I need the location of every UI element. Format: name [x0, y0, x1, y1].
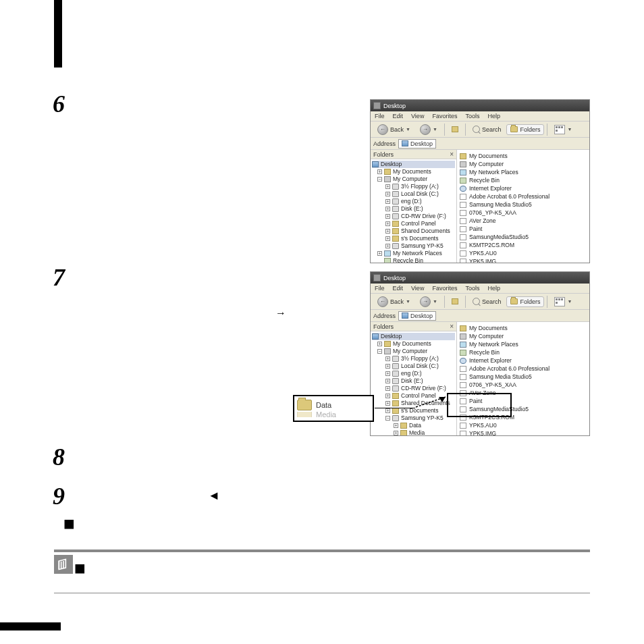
tree-item[interactable]: +Media [372, 429, 455, 435]
search-button[interactable]: Search [468, 124, 506, 135]
tree-item[interactable]: +My Documents [372, 168, 455, 176]
list-item[interactable]: My Documents [460, 324, 587, 332]
tree-item[interactable]: −My Computer [372, 348, 455, 355]
tree-item[interactable]: +3½ Floppy (A:) [372, 355, 455, 363]
menu-file[interactable]: File [375, 113, 385, 119]
menu-favorites[interactable]: Favorites [432, 285, 457, 292]
tree-item[interactable]: +My Network Places [372, 250, 455, 257]
menu-edit[interactable]: Edit [393, 285, 404, 292]
list-item[interactable]: Samsung Media Studio5 [460, 373, 587, 381]
menu-help[interactable]: Help [487, 285, 500, 292]
tree-item[interactable]: +CD-RW Drive (F:) [372, 213, 455, 220]
folders-button[interactable]: Folders [506, 124, 544, 135]
content-pane: My Documents My Computer My Network Plac… [457, 150, 589, 263]
callout-data-label: Data [316, 401, 331, 409]
tree-item[interactable]: +Disk (E:) [372, 205, 455, 213]
list-item[interactable]: SamsungMediaStudio5 [460, 233, 587, 241]
views-button[interactable]: ▼ [550, 295, 576, 308]
back-button[interactable]: ←Back▼ [373, 294, 414, 309]
menu-tools[interactable]: Tools [465, 113, 479, 119]
list-item[interactable]: K5MTP2CS.ROM [460, 241, 587, 249]
tree-item[interactable]: +Samsung YP-K5 [372, 242, 455, 250]
list-item[interactable]: Adobe Acrobat 6.0 Professional [460, 192, 587, 200]
list-item[interactable]: My Network Places [460, 340, 587, 348]
list-item[interactable]: YPK5.AU0 [460, 421, 587, 429]
toolbar-separator [465, 296, 466, 308]
titlebar[interactable]: Desktop [371, 272, 589, 284]
tree-item[interactable]: +My Documents [372, 340, 455, 348]
back-button[interactable]: ←Back▼ [373, 122, 414, 137]
content-pane: My Documents My Computer My Network Plac… [457, 322, 589, 435]
list-item[interactable]: My Network Places [460, 168, 587, 176]
tree-item[interactable]: Recycle Bin [372, 257, 455, 263]
list-item[interactable]: 0706_YP-K5_XAA [460, 381, 587, 389]
tree-item[interactable]: +Disk (E:) [372, 377, 455, 385]
toolbar-separator [547, 124, 547, 136]
menu-favorites[interactable]: Favorites [432, 113, 457, 119]
list-item[interactable]: Internet Explorer [460, 356, 587, 365]
window-icon [373, 274, 381, 281]
forward-button[interactable]: →▼ [416, 122, 441, 137]
tree-item[interactable]: +eng (D:) [372, 198, 455, 205]
list-item[interactable]: Recycle Bin [460, 348, 587, 356]
tree-item[interactable]: +Shared Documents [372, 400, 455, 407]
list-item[interactable]: My Documents [460, 152, 587, 160]
list-item[interactable]: My Computer [460, 332, 587, 340]
list-item[interactable]: My Computer [460, 160, 587, 168]
list-item[interactable]: Recycle Bin [460, 176, 587, 184]
up-button[interactable] [448, 296, 462, 306]
menu-tools[interactable]: Tools [465, 285, 479, 292]
highlight-box-content [447, 393, 512, 417]
address-label: Address [373, 313, 396, 319]
folders-button[interactable]: Folders [506, 296, 544, 307]
list-item[interactable]: 0706_YP-K5_XAA [460, 209, 587, 217]
titlebar[interactable]: Desktop [371, 100, 589, 111]
menu-help[interactable]: Help [487, 113, 500, 119]
up-button[interactable] [448, 124, 462, 134]
tree-item[interactable]: −My Computer [372, 176, 455, 183]
tree-item[interactable]: +CD-RW Drive (F:) [372, 385, 455, 392]
folders-pane: Folders × Desktop +My Documents −My Comp… [371, 322, 457, 435]
callout-media-label: Media [316, 412, 336, 417]
list-item[interactable]: YPK5.IMG [460, 257, 587, 263]
address-field[interactable]: Desktop [398, 311, 436, 321]
folder-icon [297, 400, 312, 410]
tree-item[interactable]: +3½ Floppy (A:) [372, 183, 455, 190]
menu-edit[interactable]: Edit [393, 113, 404, 119]
list-item[interactable]: Adobe Acrobat 6.0 Professional [460, 365, 587, 373]
tree-item[interactable]: +Local Disk (C:) [372, 190, 455, 198]
list-item[interactable]: AVer Zone [460, 217, 587, 225]
page-frame-top [54, 0, 62, 68]
list-item[interactable]: YPK5.IMG [460, 429, 587, 435]
search-button[interactable]: Search [468, 296, 506, 307]
list-item[interactable]: Samsung Media Studio5 [460, 200, 587, 209]
note-bullet: ■ [74, 558, 86, 579]
step-number-8: 8 [53, 443, 65, 471]
list-item[interactable]: Internet Explorer [460, 184, 587, 192]
close-icon[interactable]: × [450, 151, 454, 158]
forward-button[interactable]: →▼ [416, 294, 441, 309]
tree-item[interactable]: +eng (D:) [372, 370, 455, 377]
toolbar: ←Back▼ →▼ Search Folders ▼ [371, 122, 589, 138]
close-icon[interactable]: × [450, 323, 454, 330]
address-field[interactable]: Desktop [398, 139, 436, 149]
tree-item[interactable]: +Shared Documents [372, 227, 455, 235]
list-item[interactable]: YPK5.AU0 [460, 249, 587, 257]
tree-item[interactable]: +Local Disk (C:) [372, 363, 455, 370]
menu-view[interactable]: View [411, 285, 424, 292]
step-number-9: 9 [53, 482, 65, 510]
menubar: File Edit View Favorites Tools Help [371, 111, 589, 122]
tree-desktop[interactable]: Desktop [372, 333, 455, 340]
tree-item[interactable]: +Control Panel [372, 392, 455, 400]
tree-item[interactable]: −Samsung YP-K5 [372, 414, 455, 422]
tree-item[interactable]: +Control Panel [372, 220, 455, 227]
tree-item[interactable]: +s's Documents [372, 235, 455, 242]
toolbar: ←Back▼ →▼ Search Folders ▼ [371, 294, 589, 310]
tree-item[interactable]: +Data [372, 422, 455, 429]
list-item[interactable]: Paint [460, 225, 587, 233]
bullet-symbol: ■ [63, 513, 75, 535]
menu-view[interactable]: View [411, 113, 424, 119]
tree-desktop[interactable]: Desktop [372, 161, 455, 168]
menu-file[interactable]: File [375, 285, 385, 292]
views-button[interactable]: ▼ [550, 123, 576, 136]
